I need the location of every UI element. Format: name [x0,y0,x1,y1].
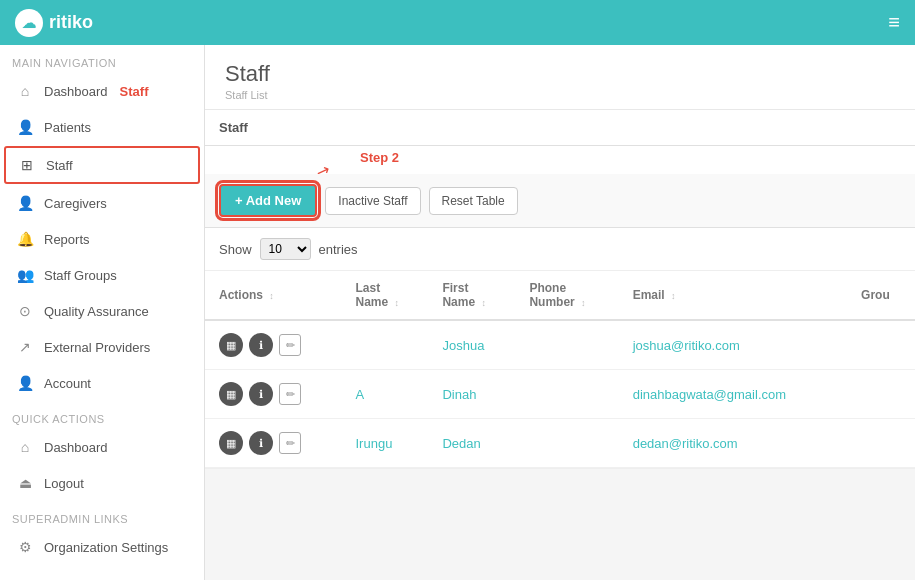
staff-table: Actions ↕ LastName ↕ FirstName ↕ [205,271,915,468]
sidebar-item-label: Patients [44,120,91,135]
inactive-staff-button[interactable]: Inactive Staff [325,187,420,215]
row-last-name: A [342,370,429,419]
main-nav-label: Main Navigation [0,45,204,73]
row-actions: ▦ ℹ ✏ [205,370,342,419]
content-header: Staff Staff List [205,45,915,110]
info-icon[interactable]: ℹ [249,382,273,406]
sidebar-item-staff-groups[interactable]: 👥 Staff Groups [4,258,200,292]
lastname-sort[interactable]: ↕ [395,298,400,308]
sidebar-item-label: Dashboard [44,440,108,455]
entries-select[interactable]: 10 25 50 100 [260,238,311,260]
sidebar-item-label: Account [44,376,91,391]
sidebar-item-label: Quality Assurance [44,304,149,319]
person-icon: 👤 [16,119,34,135]
info-icon[interactable]: ℹ [249,333,273,357]
group-icon: 👥 [16,267,34,283]
row-phone [515,320,618,370]
main-layout: Main Navigation ⌂ Dashboard Staff 👤 Pati… [0,45,915,580]
phone-sort[interactable]: ↕ [581,298,586,308]
col-group: Grou [847,271,915,320]
row-email: dedan@ritiko.com [619,419,847,468]
calendar-icon[interactable]: ▦ [219,431,243,455]
sidebar-item-quality-assurance[interactable]: ⊙ Quality Assurance [4,294,200,328]
info-icon[interactable]: ℹ [249,431,273,455]
grid-icon: ⊞ [18,157,36,173]
superadmin-label: Superadmin Links [0,501,204,529]
sidebar-item-label: Caregivers [44,196,107,211]
sidebar-item-label: External Providers [44,340,150,355]
row-group [847,419,915,468]
row-group [847,370,915,419]
logout-icon: ⏏ [16,475,34,491]
row-first-name: Dinah [428,370,515,419]
home-icon: ⌂ [16,83,34,99]
firstname-sort[interactable]: ↕ [481,298,486,308]
edit-icon[interactable]: ✏ [279,334,301,356]
action-icons: ▦ ℹ ✏ [219,431,332,455]
home2-icon: ⌂ [16,439,34,455]
row-last-name: Irungu [342,419,429,468]
col-phone: PhoneNumber ↕ [515,271,618,320]
add-new-button[interactable]: + Add New [219,184,317,217]
edit-icon[interactable]: ✏ [279,432,301,454]
action-icons: ▦ ℹ ✏ [219,333,332,357]
email-sort[interactable]: ↕ [671,291,676,301]
quick-actions-label: Quick Actions [0,401,204,429]
sidebar-item-qa-dashboard[interactable]: ⌂ Dashboard [4,430,200,464]
col-first-name: FirstName ↕ [428,271,515,320]
logo-icon: ☁ [15,9,43,37]
hamburger-button[interactable]: ≡ [888,11,900,34]
table-row: ▦ ℹ ✏ Joshua joshua@ritiko.com [205,320,915,370]
row-phone [515,419,618,468]
show-label: Show [219,242,252,257]
col-actions: Actions ↕ [205,271,342,320]
logo-area: ☁ ritiko [15,9,888,37]
page-title: Staff [225,61,895,87]
sidebar-item-reports[interactable]: 🔔 Reports [4,222,200,256]
step2-container: Step 2 ↙ + Add New Inactive Staff Reset … [205,146,915,228]
sidebar-item-logout[interactable]: ⏏ Logout [4,466,200,500]
sidebar: Main Navigation ⌂ Dashboard Staff 👤 Pati… [0,45,205,580]
sidebar-item-caregivers[interactable]: 👤 Caregivers [4,186,200,220]
sidebar-item-label: Organization Settings [44,540,168,555]
sidebar-item-label: Reports [44,232,90,247]
entries-label: entries [319,242,358,257]
reset-table-button[interactable]: Reset Table [429,187,518,215]
actions-sort[interactable]: ↕ [269,291,274,301]
content-area: Staff Staff List Staff Step 2 ↙ + Add Ne… [205,45,915,580]
row-first-name: Joshua [428,320,515,370]
step2-annotation: Step 2 [360,150,399,165]
sidebar-item-org-settings[interactable]: ⚙ Organization Settings [4,530,200,564]
top-bar: ☁ ritiko ≡ [0,0,915,45]
table-container: Actions ↕ LastName ↕ FirstName ↕ [205,271,915,469]
sidebar-item-external-providers[interactable]: ↗ External Providers [4,330,200,364]
table-row: ▦ ℹ ✏ A Dinah dinahbagwata@gmail.com [205,370,915,419]
sidebar-item-label: Dashboard [44,84,108,99]
content-wrapper: Staff Step 2 ↙ + Add New Inactive Staff … [205,110,915,469]
action-icons: ▦ ℹ ✏ [219,382,332,406]
sidebar-item-label: Staff Groups [44,268,117,283]
sidebar-item-dashboard[interactable]: ⌂ Dashboard Staff [4,74,200,108]
row-group [847,320,915,370]
circle-icon: ⊙ [16,303,34,319]
link-icon: ↗ [16,339,34,355]
toolbar: + Add New Inactive Staff Reset Table [205,174,915,228]
col-last-name: LastName ↕ [342,271,429,320]
show-entries: Show 10 25 50 100 entries [205,228,915,271]
sidebar-item-account[interactable]: 👤 Account [4,366,200,400]
app-name: ritiko [49,12,93,33]
step1-label: Staff [120,84,149,99]
sidebar-item-label: Logout [44,476,84,491]
caregiver-icon: 👤 [16,195,34,211]
gear-icon: ⚙ [16,539,34,555]
calendar-icon[interactable]: ▦ [219,382,243,406]
table-row: ▦ ℹ ✏ Irungu Dedan dedan@ritiko.com [205,419,915,468]
calendar-icon[interactable]: ▦ [219,333,243,357]
sidebar-item-label: Staff [46,158,73,173]
sidebar-item-patients[interactable]: 👤 Patients [4,110,200,144]
sidebar-item-staff[interactable]: ⊞ Staff [4,146,200,184]
edit-icon[interactable]: ✏ [279,383,301,405]
row-email: dinahbagwata@gmail.com [619,370,847,419]
row-last-name [342,320,429,370]
breadcrumb: Staff List [225,89,895,101]
